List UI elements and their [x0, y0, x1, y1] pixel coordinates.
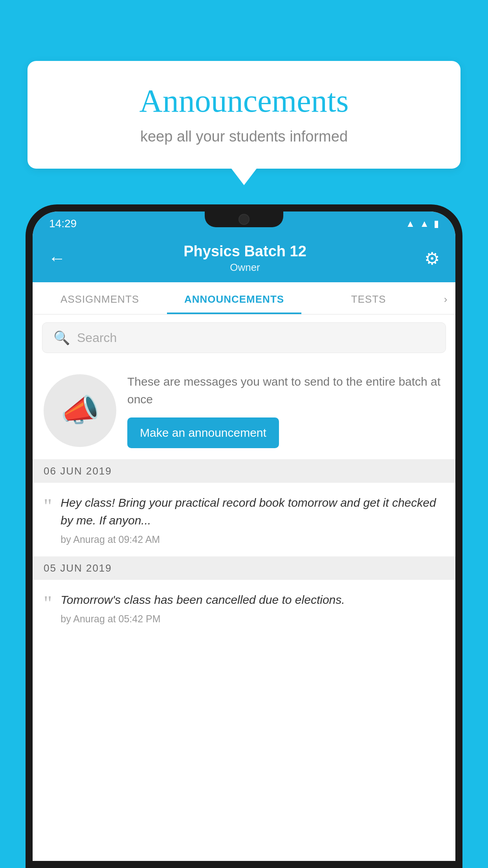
tab-more[interactable]: › [436, 282, 455, 314]
settings-icon[interactable]: ⚙ [424, 248, 440, 268]
prompt-description: These are messages you want to send to t… [127, 373, 444, 408]
header-title-group: Physics Batch 12 Owner [66, 243, 424, 274]
prompt-right: These are messages you want to send to t… [127, 373, 444, 448]
search-icon: 🔍 [53, 330, 70, 346]
announcement-meta-2: by Anurag at 05:42 PM [61, 613, 444, 625]
make-announcement-button[interactable]: Make an announcement [127, 417, 279, 448]
status-icons: ▲ ▲ ▮ [405, 218, 439, 229]
bubble-subtitle: keep all your students informed [51, 128, 437, 145]
announcement-content-2: Tomorrow's class has been cancelled due … [61, 591, 444, 625]
tab-announcements[interactable]: ANNOUNCEMENTS [167, 282, 301, 314]
bubble-title: Announcements [51, 83, 437, 120]
search-input[interactable]: Search [77, 331, 117, 345]
megaphone-circle: 📣 [44, 374, 116, 447]
signal-icon: ▲ [420, 218, 429, 229]
speech-bubble-section: Announcements keep all your students inf… [28, 61, 460, 185]
date-divider-2: 05 JUN 2019 [33, 557, 455, 580]
speech-bubble-tail [231, 169, 257, 185]
app-header: ← Physics Batch 12 Owner ⚙ [33, 236, 455, 282]
tab-tests[interactable]: TESTS [301, 282, 436, 314]
announcement-meta-1: by Anurag at 09:42 AM [61, 534, 444, 545]
announcement-content-1: Hey class! Bring your practical record b… [61, 494, 444, 545]
battery-icon: ▮ [434, 218, 439, 229]
phone-screen: 14:29 ▲ ▲ ▮ ← Physics Batch 12 Owner ⚙ [33, 211, 455, 861]
speech-bubble-card: Announcements keep all your students inf… [28, 61, 460, 169]
search-container: 🔍 Search [33, 314, 455, 361]
header-title: Physics Batch 12 [66, 243, 424, 260]
header-subtitle: Owner [66, 261, 424, 274]
quote-icon-2: " [44, 593, 52, 614]
tabs-bar: ASSIGNMENTS ANNOUNCEMENTS TESTS › [33, 282, 455, 314]
megaphone-icon: 📣 [61, 392, 100, 429]
search-bar[interactable]: 🔍 Search [42, 322, 446, 353]
phone-camera [238, 214, 250, 225]
announcement-text-1: Hey class! Bring your practical record b… [61, 494, 444, 529]
phone-wrapper: 14:29 ▲ ▲ ▮ ← Physics Batch 12 Owner ⚙ [26, 204, 462, 868]
date-divider-1: 06 JUN 2019 [33, 460, 455, 483]
status-time: 14:29 [49, 217, 77, 230]
announcement-item-2[interactable]: " Tomorrow's class has been cancelled du… [33, 580, 455, 636]
wifi-icon: ▲ [405, 218, 415, 229]
tab-assignments[interactable]: ASSIGNMENTS [33, 282, 167, 314]
announcement-text-2: Tomorrow's class has been cancelled due … [61, 591, 444, 609]
quote-icon-1: " [44, 496, 52, 517]
back-button[interactable]: ← [48, 248, 66, 268]
announcement-item-1[interactable]: " Hey class! Bring your practical record… [33, 483, 455, 557]
announcement-prompt: 📣 These are messages you want to send to… [33, 361, 455, 460]
phone-frame: 14:29 ▲ ▲ ▮ ← Physics Batch 12 Owner ⚙ [26, 204, 462, 868]
